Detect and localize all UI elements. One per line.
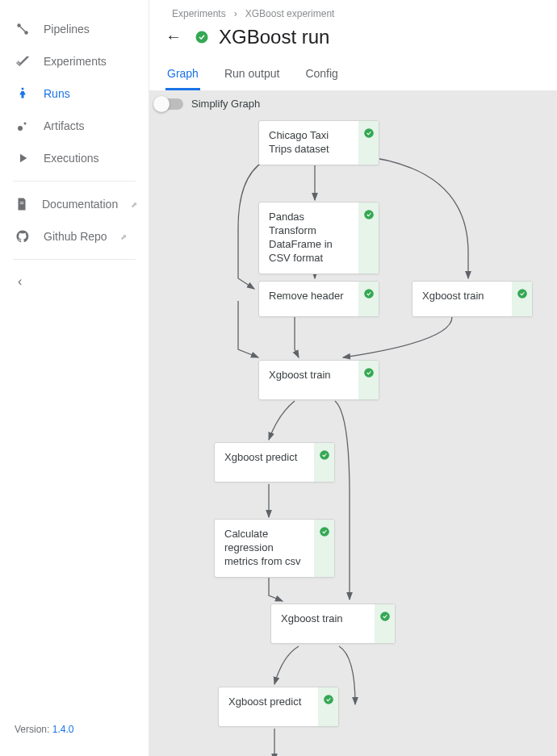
graph-edges (149, 91, 557, 756)
sidebar: Pipelines Experiments Runs Artifacts Exe… (0, 0, 149, 756)
nav-label: Github Repo (44, 230, 107, 243)
artifacts-icon (15, 118, 31, 134)
svg-point-8 (364, 128, 374, 138)
node-status (358, 203, 379, 274)
svg-point-4 (24, 123, 27, 125)
sidebar-item-executions[interactable]: Executions (0, 142, 149, 174)
node-status (358, 121, 379, 165)
svg-point-12 (364, 368, 374, 378)
tab-run-output[interactable]: Run output (223, 59, 282, 90)
chevron-right-icon: › (234, 8, 237, 19)
svg-point-2 (22, 88, 24, 90)
node-label: Remove header (259, 282, 358, 316)
nav-label: Documentation (42, 198, 118, 211)
graph-node[interactable]: Pandas Transform DataFrame in CSV format (258, 202, 379, 274)
graph-toolbar: Simplify Graph (156, 98, 260, 110)
experiments-icon (15, 53, 31, 69)
svg-point-7 (196, 31, 208, 43)
node-status (375, 604, 395, 643)
document-icon (15, 196, 29, 212)
nav-label: Executions (44, 152, 98, 165)
sidebar-item-artifacts[interactable]: Artifacts (0, 110, 149, 142)
node-status (358, 282, 379, 316)
svg-rect-6 (20, 203, 24, 204)
node-label: Xgboost predict (215, 443, 314, 482)
graph-node[interactable]: Chicago Taxi Trips dataset (258, 120, 379, 165)
external-link-icon: ⬈ (120, 232, 127, 241)
nav-label: Experiments (44, 55, 107, 68)
simplify-graph-toggle[interactable] (156, 98, 183, 110)
main: Experiments › XGBoost experiment ← XGBoo… (149, 0, 557, 756)
node-status (314, 443, 334, 482)
nav-label: Artifacts (44, 119, 85, 132)
node-label: Xgboost predict (219, 687, 318, 726)
node-label: Chicago Taxi Trips dataset (259, 121, 358, 165)
version-link[interactable]: 1.4.0 (52, 724, 74, 735)
sidebar-item-pipelines[interactable]: Pipelines (0, 13, 149, 45)
graph-node[interactable]: Remove header (258, 281, 379, 317)
title-row: ← XGBoost run (149, 21, 557, 59)
tab-config[interactable]: Config (304, 59, 339, 90)
svg-point-15 (380, 612, 390, 621)
node-label: Xgboost train (259, 361, 358, 399)
svg-point-3 (18, 126, 23, 131)
pipelines-icon (15, 21, 31, 37)
external-link-icon: ⬈ (131, 200, 137, 209)
svg-point-11 (517, 289, 527, 299)
page-title: XGBoost run (219, 26, 329, 48)
breadcrumb: Experiments › XGBoost experiment (149, 0, 557, 21)
graph-node[interactable]: Xgboost train (412, 281, 533, 317)
collapse-sidebar-button[interactable]: ‹ (0, 266, 149, 297)
node-label: Xgboost train (271, 604, 375, 643)
breadcrumb-item[interactable]: XGBoost experiment (245, 8, 335, 19)
tabs: Graph Run output Config (149, 59, 557, 91)
node-label: Pandas Transform DataFrame in CSV format (259, 203, 358, 274)
sidebar-item-experiments[interactable]: Experiments (0, 45, 149, 77)
success-icon (195, 30, 209, 44)
node-status (358, 361, 379, 399)
sidebar-link-documentation[interactable]: Documentation ⬈ (0, 188, 149, 220)
svg-point-9 (364, 210, 374, 219)
graph-canvas[interactable]: Simplify Graph (149, 91, 557, 756)
node-status (318, 687, 338, 726)
svg-point-14 (320, 527, 329, 537)
graph-node[interactable]: Xgboost train (270, 604, 396, 644)
tab-graph[interactable]: Graph (165, 59, 200, 90)
svg-point-13 (320, 450, 329, 460)
toggle-label: Simplify Graph (191, 98, 260, 110)
nav-label: Pipelines (44, 23, 90, 36)
sidebar-link-github[interactable]: Github Repo ⬈ (0, 220, 149, 253)
graph-node[interactable]: Xgboost train (258, 360, 379, 400)
graph-node[interactable]: Calculate regression metrics from csv (214, 519, 335, 578)
svg-rect-5 (20, 202, 24, 203)
graph-node[interactable]: Xgboost predict (214, 442, 335, 482)
node-status (512, 282, 532, 316)
executions-icon (15, 150, 31, 166)
node-label: Calculate regression metrics from csv (215, 520, 314, 577)
node-label: Xgboost train (413, 282, 512, 316)
breadcrumb-item[interactable]: Experiments (172, 8, 226, 19)
sidebar-item-runs[interactable]: Runs (0, 77, 149, 110)
svg-point-10 (364, 289, 374, 299)
svg-point-16 (324, 695, 333, 704)
back-button[interactable]: ← (162, 24, 185, 49)
graph-node[interactable]: Xgboost predict (218, 687, 339, 727)
runs-icon (15, 86, 31, 102)
version-label: Version: 1.4.0 (0, 716, 149, 743)
github-icon (15, 228, 31, 244)
node-status (314, 520, 334, 577)
nav-label: Runs (44, 87, 70, 100)
